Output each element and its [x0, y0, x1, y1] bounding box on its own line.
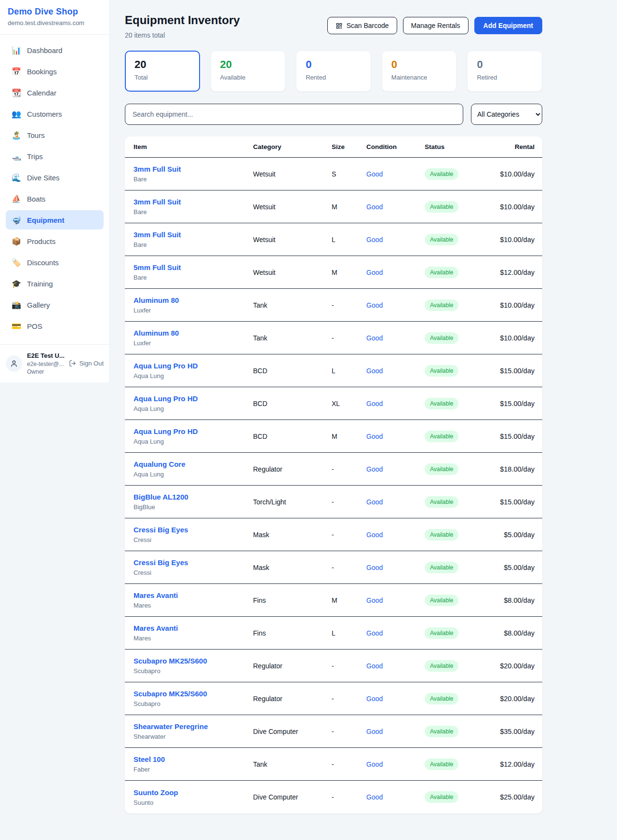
stat-card[interactable]: 20 Available — [211, 51, 286, 92]
avatar — [6, 355, 22, 372]
item-rental: $10.00/day — [496, 301, 535, 309]
item-condition-link[interactable]: Good — [366, 596, 383, 604]
item-size: L — [332, 367, 366, 375]
item-condition-link[interactable]: Good — [366, 564, 383, 571]
item-name-link[interactable]: Aqua Lung Pro HD — [134, 427, 198, 435]
status-badge: Available — [425, 627, 458, 639]
item-condition-link[interactable]: Good — [366, 662, 383, 670]
item-rental: $15.00/day — [496, 400, 535, 407]
add-equipment-button[interactable]: Add Equipment — [474, 17, 542, 34]
item-name-link[interactable]: Shearwater Peregrine — [134, 722, 208, 731]
table-row: Cressi Big Eyes Cressi Mask - Good Avail… — [125, 551, 542, 584]
item-condition-link[interactable]: Good — [366, 269, 383, 276]
main-content: Equipment Inventory 20 items total Scan … — [110, 0, 617, 813]
sidebar-item[interactable]: 📸 Gallery — [6, 295, 104, 314]
item-name-link[interactable]: Aqua Lung Pro HD — [134, 362, 198, 370]
item-name-link[interactable]: 5mm Full Suit — [134, 263, 181, 271]
stat-card[interactable]: 0 Rented — [296, 51, 371, 92]
sign-out-button[interactable]: Sign Out — [69, 360, 104, 367]
item-condition-link[interactable]: Good — [366, 334, 383, 342]
stat-card[interactable]: 0 Retired — [467, 51, 542, 92]
sidebar-item[interactable]: 🤿 Equipment — [6, 210, 104, 230]
sidebar-item[interactable]: 🛥️ Trips — [6, 147, 104, 166]
col-rental: Rental — [496, 143, 535, 150]
item-name-link[interactable]: 3mm Full Suit — [134, 230, 181, 239]
item-rental: $20.00/day — [496, 662, 535, 670]
item-brand: Aqua Lung — [134, 438, 253, 445]
stat-card[interactable]: 0 Maintenance — [382, 51, 457, 92]
item-condition-link[interactable]: Good — [366, 728, 383, 735]
item-condition-link[interactable]: Good — [366, 301, 383, 309]
col-category: Category — [253, 143, 332, 150]
item-condition-link[interactable]: Good — [366, 793, 383, 801]
search-input[interactable] — [125, 104, 463, 125]
calendar-date-icon: 📅 — [12, 67, 21, 76]
stat-value: 0 — [391, 58, 447, 71]
item-brand: Mares — [134, 602, 253, 609]
item-name-link[interactable]: Mares Avanti — [134, 591, 178, 599]
item-name-link[interactable]: 3mm Full Suit — [134, 165, 181, 173]
item-condition-link[interactable]: Good — [366, 170, 383, 178]
item-name-link[interactable]: Aqua Lung Pro HD — [134, 394, 198, 403]
sidebar: Demo Dive Shop demo.test.divestreams.com… — [0, 0, 110, 382]
stat-card[interactable]: 20 Total — [125, 51, 200, 92]
status-badge: Available — [425, 299, 458, 311]
item-condition-link[interactable]: Good — [366, 236, 383, 244]
item-brand: Mares — [134, 635, 253, 642]
item-condition-link[interactable]: Good — [366, 498, 383, 506]
sidebar-item[interactable]: 📅 Bookings — [6, 62, 104, 81]
item-name-link[interactable]: Mares Avanti — [134, 624, 178, 632]
item-condition-link[interactable]: Good — [366, 465, 383, 473]
status-badge: Available — [425, 726, 458, 737]
sidebar-item[interactable]: 📦 Products — [6, 231, 104, 251]
sidebar-item-label: POS — [27, 322, 42, 330]
item-name-link[interactable]: Aluminum 80 — [134, 296, 179, 304]
table-header: Item Category Size Condition Status Rent… — [125, 136, 542, 158]
camera-icon: 📸 — [12, 300, 21, 310]
item-name-link[interactable]: Scubapro MK25/S600 — [134, 690, 207, 698]
shop-name[interactable]: Demo Dive Shop — [8, 7, 102, 17]
sidebar-item[interactable]: ⛵ Boats — [6, 189, 104, 208]
sidebar-item[interactable]: 🎓 Training — [6, 274, 104, 293]
scan-barcode-button[interactable]: Scan Barcode — [327, 17, 397, 34]
item-condition-link[interactable]: Good — [366, 760, 383, 768]
item-rental: $10.00/day — [496, 236, 535, 244]
item-name-link[interactable]: BigBlue AL1200 — [134, 493, 188, 501]
sidebar-item[interactable]: 🏷️ Discounts — [6, 253, 104, 272]
item-condition-link[interactable]: Good — [366, 531, 383, 539]
table-row: 5mm Full Suit Bare Wetsuit M Good Availa… — [125, 256, 542, 289]
table-row: Cressi Big Eyes Cressi Mask - Good Avail… — [125, 518, 542, 551]
item-condition-link[interactable]: Good — [366, 203, 383, 211]
sidebar-item[interactable]: 📆 Calendar — [6, 83, 104, 102]
sidebar-item[interactable]: 🏝️ Tours — [6, 125, 104, 145]
sidebar-item[interactable]: 📊 Dashboard — [6, 41, 104, 60]
item-name-link[interactable]: Cressi Big Eyes — [134, 558, 188, 567]
item-rental: $18.00/day — [496, 465, 535, 473]
sailboat-icon: ⛵ — [12, 194, 21, 203]
item-name-link[interactable]: Cressi Big Eyes — [134, 526, 188, 534]
sidebar-item[interactable]: 👥 Customers — [6, 104, 104, 123]
item-size: XL — [332, 400, 366, 407]
item-size: - — [332, 498, 366, 506]
status-badge: Available — [425, 529, 458, 541]
sidebar-item-label: Training — [27, 280, 53, 288]
item-name-link[interactable]: Steel 100 — [134, 755, 165, 763]
item-name-link[interactable]: 3mm Full Suit — [134, 198, 181, 206]
category-filter[interactable]: All Categories — [471, 104, 542, 125]
item-name-link[interactable]: Suunto Zoop — [134, 788, 178, 797]
sidebar-item[interactable]: 🌊 Dive Sites — [6, 168, 104, 187]
item-condition-link[interactable]: Good — [366, 695, 383, 703]
item-condition-link[interactable]: Good — [366, 400, 383, 407]
manage-rentals-button[interactable]: Manage Rentals — [403, 17, 469, 34]
sidebar-nav: 📊 Dashboard 📅 Bookings 📆 Calendar 👥 Cust… — [0, 35, 109, 341]
stats-row: 20 Total 20 Available 0 Rented 0 Mainten… — [125, 51, 542, 92]
stat-label: Rented — [306, 74, 362, 81]
item-name-link[interactable]: Aluminum 80 — [134, 329, 179, 337]
sidebar-item[interactable]: 💳 POS — [6, 316, 104, 336]
item-condition-link[interactable]: Good — [366, 367, 383, 375]
item-name-link[interactable]: Scubapro MK25/S600 — [134, 657, 207, 665]
item-name-link[interactable]: Aqualung Core — [134, 460, 186, 468]
items-total: 20 items total — [125, 31, 240, 39]
item-condition-link[interactable]: Good — [366, 629, 383, 637]
item-condition-link[interactable]: Good — [366, 433, 383, 440]
